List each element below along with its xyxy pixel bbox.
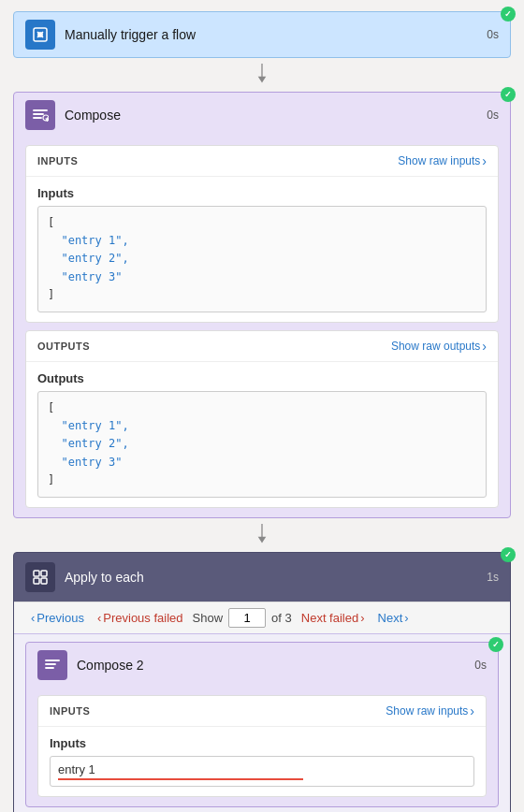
compose2-entry-input: entry 1 [50,756,474,787]
compose2-inputs-label: INPUTS [50,705,90,717]
next-chevron-icon: › [404,611,408,625]
svg-rect-11 [41,571,47,576]
trigger-block: Manually trigger a flow 0s [13,11,511,58]
compose2-show-raw-link[interactable]: Show raw inputs › [386,703,474,718]
outputs-label: OUTPUTS [37,341,90,352]
arrow-connector-1 [0,58,524,92]
pagination-bar: ‹ Previous ‹ Previous failed Show of 3 N… [14,602,510,633]
apply-icon [25,562,55,592]
compose2-block: Compose 2 0s INPUTS Show raw inputs › In… [25,642,499,807]
apply-duration: 1s [487,571,499,584]
compose2-entry-value: entry 1 [58,762,95,776]
svg-marker-9 [258,537,267,544]
compose2-container: Compose 2 0s INPUTS Show raw inputs › In… [14,633,510,812]
total-pages-label: of 3 [271,611,292,625]
show-label: Show [193,611,224,625]
compose2-inputs-panel: INPUTS Show raw inputs › Inputs entry 1 [37,695,487,797]
prev-button[interactable]: ‹ Previous [27,609,88,627]
outputs-panel-header: OUTPUTS Show raw outputs › [26,331,498,362]
svg-point-3 [37,32,43,37]
outputs-panel: OUTPUTS Show raw outputs › Outputs [ "en… [25,330,499,508]
compose2-inputs-header: INPUTS Show raw inputs › [38,696,486,727]
inputs-panel-header: INPUTS Show raw inputs › [26,146,498,177]
compose2-header: Compose 2 0s [26,643,498,688]
inputs-code-box: [ "entry 1", "entry 2", "entry 3" ] [37,206,487,312]
inputs-sublabel: Inputs [37,186,487,200]
svg-rect-10 [34,571,39,576]
prev-chevron-icon: ‹ [31,611,35,625]
compose2-inputs-sublabel: Inputs [50,736,474,750]
svg-rect-13 [41,578,47,584]
show-raw-inputs-link[interactable]: Show raw inputs › [398,153,487,168]
compose2-inputs-content: Inputs entry 1 [38,727,486,796]
svg-rect-12 [34,578,39,584]
svg-text:✱: ✱ [45,117,50,123]
outputs-content: Outputs [ "entry 1", "entry 2", "entry 3… [26,362,498,507]
success-indicator [501,7,516,22]
show-raw-outputs-chevron: › [482,339,487,354]
outputs-code-box: [ "entry 1", "entry 2", "entry 3" ] [37,391,487,498]
apply-title: Apply to each [65,570,487,585]
red-underline [58,778,303,780]
prev-failed-button[interactable]: ‹ Previous failed [94,609,187,627]
compose-success-indicator [501,87,516,102]
trigger-icon [25,20,55,50]
show-raw-outputs-link[interactable]: Show raw outputs › [391,339,487,354]
inputs-panel: INPUTS Show raw inputs › Inputs [ "entry… [25,145,499,323]
svg-marker-5 [258,77,267,83]
outputs-sublabel: Outputs [37,371,487,385]
compose2-title: Compose 2 [77,658,467,673]
apply-header: Apply to each 1s [14,553,510,602]
trigger-title: Manually trigger a flow [65,27,479,42]
prev-failed-chevron-icon: ‹ [97,611,101,625]
next-failed-button[interactable]: Next failed › [298,609,369,627]
trigger-duration: 0s [487,28,499,41]
compose-header: ✱ Compose 0s [14,93,510,138]
apply-success-indicator [501,547,516,562]
compose-icon: ✱ [25,100,55,130]
arrow-connector-2 [0,518,524,552]
inputs-content: Inputs [ "entry 1", "entry 2", "entry 3"… [26,177,498,322]
apply-to-each-block: Apply to each 1s ‹ Previous ‹ Previous f… [13,552,511,812]
compose2-duration: 0s [474,659,487,672]
page-input[interactable] [228,608,266,628]
compose-block: ✱ Compose 0s INPUTS Show raw inputs › In… [13,92,511,518]
show-raw-inputs-chevron: › [482,153,487,168]
compose-title: Compose [65,108,479,123]
next-failed-chevron-icon: › [360,611,364,625]
compose2-success-indicator [488,637,503,652]
inputs-label: INPUTS [37,155,78,167]
compose2-show-raw-chevron: › [470,703,474,718]
compose2-icon [37,650,67,680]
compose-duration: 0s [487,109,499,122]
next-button[interactable]: Next › [374,609,413,627]
